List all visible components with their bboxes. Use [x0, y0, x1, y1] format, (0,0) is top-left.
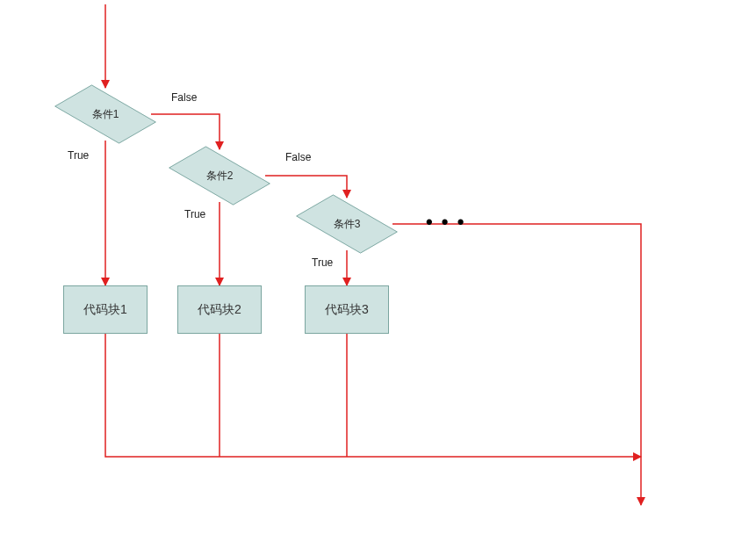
process-block-2: 代码块2 — [177, 285, 262, 334]
flowchart-canvas: 条件1 条件2 条件3 代码块1 代码块2 代码块3 • • • True Fa… — [0, 0, 756, 534]
process-block-1-label: 代码块1 — [83, 302, 127, 318]
edge-label-c1-false: False — [171, 91, 197, 104]
edge-label-c3-true: True — [312, 256, 333, 269]
decision-condition-2-label: 条件2 — [206, 169, 234, 184]
edge-label-c2-true: True — [184, 208, 205, 220]
process-block-2-label: 代码块2 — [198, 302, 241, 318]
decision-condition-3-label: 条件3 — [334, 217, 361, 232]
edge-label-c2-false: False — [285, 151, 311, 163]
ellipsis-icon: • • • — [426, 211, 465, 234]
process-block-3: 代码块3 — [305, 285, 389, 334]
process-block-1: 代码块1 — [63, 285, 148, 334]
process-block-3-label: 代码块3 — [325, 302, 369, 318]
decision-condition-1: 条件1 — [60, 88, 151, 141]
decision-condition-3: 条件3 — [301, 198, 392, 250]
decision-condition-2: 条件2 — [174, 149, 265, 202]
edges-layer — [0, 0, 756, 534]
decision-condition-1-label: 条件1 — [92, 107, 119, 122]
ellipsis-label: • • • — [426, 211, 465, 233]
edge-label-c1-true: True — [68, 149, 89, 162]
